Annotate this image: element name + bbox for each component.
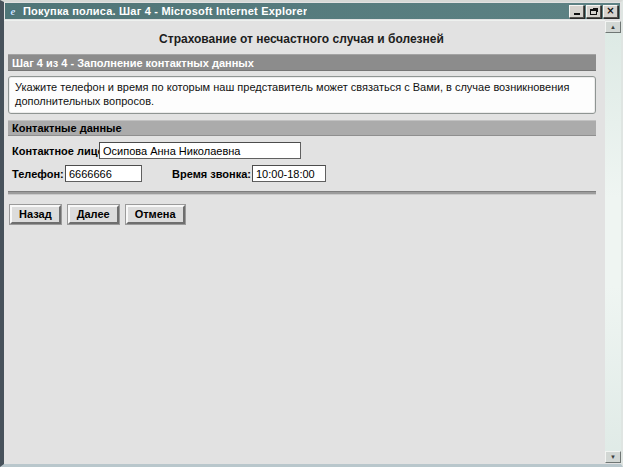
instruction-box: Укажите телефон и время по которым наш п… [8,76,596,114]
cancel-button[interactable]: Отмена [126,205,185,224]
call-time-input[interactable] [252,165,326,182]
browser-window: e Покупка полиса. Шаг 4 - Microsoft Inte… [0,0,623,467]
horizontal-divider [8,191,596,195]
restore-button[interactable] [586,5,601,18]
close-button[interactable]: × [603,5,618,18]
title-bar[interactable]: e Покупка полиса. Шаг 4 - Microsoft Inte… [5,3,620,19]
minimize-icon [574,13,580,15]
contact-person-input[interactable] [99,142,301,159]
page-content: Страхование от несчастного случая и боле… [4,20,605,464]
step-header-bar: Шаг 4 из 4 - Заполнение контактных данны… [8,54,596,71]
vertical-scrollbar[interactable]: ▲ ▼ [605,21,621,463]
phone-time-row: Телефон: Время звонка: [8,165,596,182]
scroll-down-icon[interactable]: ▼ [605,451,621,463]
restore-icon [590,9,597,15]
next-button[interactable]: Далее [68,205,119,224]
window-controls: × [569,5,618,18]
phone-label: Телефон: [8,168,65,180]
phone-input[interactable] [65,165,142,182]
close-icon: × [606,6,614,16]
scroll-up-icon[interactable]: ▲ [605,21,621,33]
call-time-label: Время звонка: [172,168,252,180]
contact-person-row: Контактное лицо: [8,142,596,159]
section-header-contact-data: Контактные данные [8,120,596,136]
window-title: Покупка полиса. Шаг 4 - Microsoft Intern… [23,5,307,17]
page-title: Страхование от несчастного случая и боле… [8,32,595,46]
contact-person-label: Контактное лицо: [8,145,99,157]
back-button[interactable]: Назад [10,205,61,224]
minimize-button[interactable] [569,5,584,18]
internet-explorer-icon: e [7,5,19,17]
navigation-buttons: Назад Далее Отмена [10,205,596,224]
